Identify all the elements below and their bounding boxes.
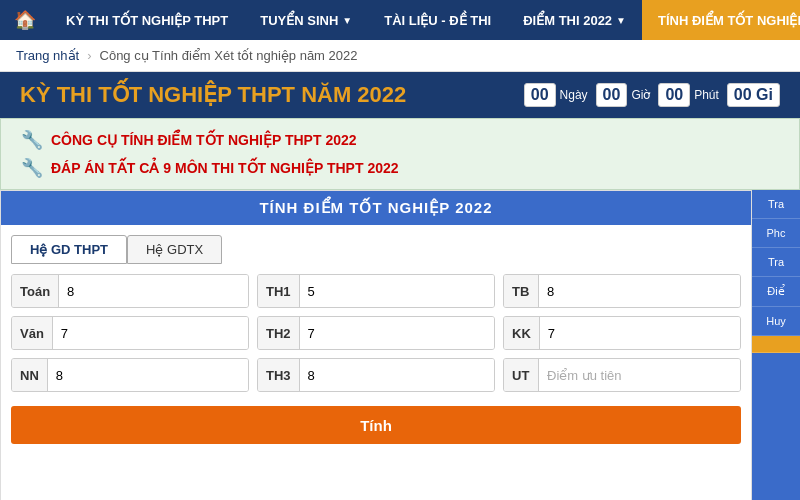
- score-row-kk: KK: [503, 316, 741, 350]
- tab-he-gdtx[interactable]: Hệ GDTX: [127, 235, 222, 264]
- van-input[interactable]: [53, 317, 248, 349]
- sidebar-item-tra2[interactable]: Tra: [752, 248, 800, 277]
- home-button[interactable]: 🏠: [0, 0, 50, 40]
- tool2-icon: 🔧: [21, 157, 43, 179]
- tool-link-2[interactable]: 🔧 ĐÁP ÁN TẤT CẢ 9 MÔN THI TỐT NGHIỆP THP…: [21, 157, 779, 179]
- score-row-th1: TH1: [257, 274, 495, 308]
- toan-input[interactable]: [59, 275, 248, 307]
- hero-title: KỲ THI TỐT NGHIỆP THPT NĂM 2022: [20, 82, 406, 108]
- tool-link-1[interactable]: 🔧 CÔNG CỤ TÍNH ĐIỂM TỐT NGHIỆP THPT 2022: [21, 129, 779, 151]
- chevron-down-icon: ▼: [342, 15, 352, 26]
- tinh-button[interactable]: Tính: [11, 406, 741, 444]
- th3-input[interactable]: [300, 359, 494, 391]
- countdown-days: 00: [524, 83, 556, 107]
- th2-input[interactable]: [300, 317, 494, 349]
- breadcrumb: Trang nhất › Công cụ Tính điểm Xét tốt n…: [0, 40, 800, 72]
- tab-he-gd-thpt[interactable]: Hệ GD THPT: [11, 235, 127, 264]
- th3-label: TH3: [258, 359, 300, 391]
- nav-ky-thi[interactable]: KỲ THI TỐT NGHIỆP THPT: [50, 0, 244, 40]
- th1-label: TH1: [258, 275, 300, 307]
- minutes-label: Phút: [694, 88, 719, 102]
- score-grid: Toán TH1 TB Văn TH2 KK: [1, 264, 751, 402]
- days-label: Ngày: [560, 88, 588, 102]
- nav-tuyen-sinh[interactable]: TUYỂN SINH ▼: [244, 0, 368, 40]
- sidebar-item-phc[interactable]: Phc: [752, 219, 800, 248]
- countdown: 00 Ngày 00 Giờ 00 Phút 00 Gi: [524, 83, 780, 107]
- th1-input[interactable]: [300, 275, 494, 307]
- score-row-van: Văn: [11, 316, 249, 350]
- tb-label: TB: [504, 275, 539, 307]
- score-row-th2: TH2: [257, 316, 495, 350]
- van-label: Văn: [12, 317, 53, 349]
- nn-input[interactable]: [48, 359, 248, 391]
- countdown-seconds: 00 Gi: [727, 83, 780, 107]
- breadcrumb-sep: ›: [87, 48, 91, 63]
- kk-input[interactable]: [540, 317, 740, 349]
- tools-banner: 🔧 CÔNG CỤ TÍNH ĐIỂM TỐT NGHIỆP THPT 2022…: [0, 118, 800, 190]
- score-row-tb: TB: [503, 274, 741, 308]
- tb-input[interactable]: [539, 275, 740, 307]
- breadcrumb-current: Công cụ Tính điểm Xét tốt nghiệp năm 202…: [100, 48, 358, 63]
- score-row-nn: NN: [11, 358, 249, 392]
- calc-header: TÍNH ĐIỂM TỐT NGHIỆP 2022: [1, 191, 751, 225]
- calculator-panel: TÍNH ĐIỂM TỐT NGHIỆP 2022 Hệ GD THPT Hệ …: [0, 190, 752, 500]
- content-wrapper: TÍNH ĐIỂM TỐT NGHIỆP 2022 Hệ GD THPT Hệ …: [0, 190, 800, 500]
- score-row-ut: UT: [503, 358, 741, 392]
- ut-label: UT: [504, 359, 539, 391]
- breadcrumb-home[interactable]: Trang nhất: [16, 48, 79, 63]
- sidebar-item-tra1[interactable]: Tra: [752, 190, 800, 219]
- sidebar-item-orange[interactable]: [752, 336, 800, 353]
- hero-section: KỲ THI TỐT NGHIỆP THPT NĂM 2022 00 Ngày …: [0, 72, 800, 118]
- nn-label: NN: [12, 359, 48, 391]
- kk-label: KK: [504, 317, 540, 349]
- tabs: Hệ GD THPT Hệ GDTX: [1, 225, 751, 264]
- nav-tinh-diem[interactable]: TÍNH ĐIỂM TỐT NGHIỆP: [642, 0, 800, 40]
- hours-label: Giờ: [631, 88, 650, 102]
- countdown-minutes: 00: [658, 83, 690, 107]
- tool1-icon: 🔧: [21, 129, 43, 151]
- th2-label: TH2: [258, 317, 300, 349]
- sidebar-item-huy[interactable]: Huy: [752, 307, 800, 336]
- navbar: 🏠 KỲ THI TỐT NGHIỆP THPT TUYỂN SINH ▼ TÀ…: [0, 0, 800, 40]
- ut-input[interactable]: [539, 359, 740, 391]
- chevron-down-icon: ▼: [616, 15, 626, 26]
- toan-label: Toán: [12, 275, 59, 307]
- tool1-label: CÔNG CỤ TÍNH ĐIỂM TỐT NGHIỆP THPT 2022: [51, 132, 357, 148]
- nav-diem-thi[interactable]: ĐIỂM THI 2022 ▼: [507, 0, 642, 40]
- tool2-label: ĐÁP ÁN TẤT CẢ 9 MÔN THI TỐT NGHIỆP THPT …: [51, 160, 399, 176]
- sidebar-item-die[interactable]: Điể: [752, 277, 800, 307]
- countdown-hours: 00: [596, 83, 628, 107]
- score-row-toan: Toán: [11, 274, 249, 308]
- score-row-th3: TH3: [257, 358, 495, 392]
- nav-tai-lieu[interactable]: TÀI LIỆU - ĐỀ THI: [368, 0, 507, 40]
- sidebar: Tra Phc Tra Điể Huy: [752, 190, 800, 500]
